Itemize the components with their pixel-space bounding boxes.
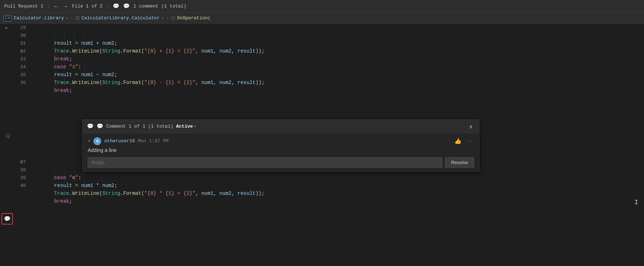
cursor-indicator: I <box>634 199 638 206</box>
comment-header-left: 💬 💬 Comment 1 of 1 (1 total) Active ▾ <box>87 123 196 130</box>
collapse-button[interactable]: ∧ <box>467 123 475 130</box>
code-line-40: 40 break; <box>0 182 644 189</box>
comment-panel: 💬 💬 Comment 1 of 1 (1 total) Active ▾ ∧ … <box>82 119 479 172</box>
line-num-39: 39 <box>0 175 29 181</box>
active-label: Active <box>176 124 193 129</box>
comment-icon-1[interactable]: 💬 <box>113 3 119 10</box>
separator2: | <box>106 4 109 9</box>
method-icon: ⬡ <box>171 15 175 21</box>
line-num-30: 30 <box>0 33 29 38</box>
class-dropdown[interactable]: ▾ <box>162 16 164 20</box>
resolve-button[interactable]: Resolve <box>445 157 474 168</box>
bullet: • <box>88 138 91 144</box>
file-count: File 1 of 2 <box>72 4 103 9</box>
comment-body: • O otheruser16 Mon 1:37 PM 👍 ··· Adding… <box>83 133 479 171</box>
comment-counter: Comment 1 of 1 (1 total) <box>106 124 173 129</box>
line-content-30: Trace.WriteLine(String.Format("{0} + {1}… <box>29 31 644 39</box>
reply-input[interactable] <box>88 157 442 168</box>
cs-icon: C# <box>4 15 11 21</box>
code-line-29: ✏ 29 result = num1 + num2; <box>0 24 644 31</box>
namespace-dropdown[interactable]: ▾ <box>66 16 68 20</box>
comment-panel-header: 💬 💬 Comment 1 of 1 (1 total) Active ▾ ∧ <box>83 120 479 133</box>
code-line-33: 33 result = num1 − num2; <box>0 55 644 63</box>
filebar-divider2: | <box>166 15 169 21</box>
like-button[interactable]: 👍 <box>454 137 462 145</box>
class-name[interactable]: CalculatorLibrary.Calculator <box>82 15 160 21</box>
code-lines-top: ✏ 29 result = num1 + num2; 30 Trace.Writ… <box>0 24 644 266</box>
line-content-33: result = num1 − num2; <box>29 55 644 63</box>
comment-count: 1 comment (1 total) <box>133 4 186 9</box>
comment-author-left: • O otheruser16 Mon 1:37 PM <box>88 137 169 145</box>
line-num-33: 33 <box>0 56 29 62</box>
comment-indicator-top[interactable]: 🗨 <box>3 132 13 142</box>
line-content-34: Trace.WriteLine(String.Format("{0} - {1}… <box>29 63 644 71</box>
filebar-divider1: | <box>70 15 73 21</box>
line-num-29: ✏ 29 <box>0 25 29 30</box>
pull-request-title: Pull Request 1 <box>4 4 43 9</box>
code-line-39: 39 Trace.WriteLine(String.Format("{0} * … <box>0 174 644 182</box>
editor-area: 🗨 💬 I ✏ 29 result = num1 + num2; 30 <box>0 24 644 266</box>
code-line-36: 36 <box>0 79 644 87</box>
code-line-31: 31 break; <box>0 39 644 47</box>
line-num-40: 40 <box>0 183 29 188</box>
line-content-31: break; <box>29 39 644 47</box>
separator1: | <box>47 4 50 9</box>
line-content-29: result = num1 + num2; <box>29 24 644 31</box>
comment-actions: 👍 ··· <box>454 137 474 145</box>
line-num-37: ∨ 37 <box>0 159 29 165</box>
line-num-31: 31 <box>0 41 29 46</box>
code-line-35: 35 break; <box>0 71 644 79</box>
line-num-35: 35 <box>0 72 29 78</box>
line-content-40: break; <box>29 182 644 189</box>
line-content-32: case "s": <box>29 47 644 55</box>
top-bar: Pull Request 1 | ← → File 1 of 2 | 💬 💬 1… <box>0 0 644 13</box>
collapse-icon-37[interactable]: ∨ <box>20 160 23 164</box>
comment-add-button[interactable]: 💬 <box>1 213 13 225</box>
active-dropdown-arrow[interactable]: ▾ <box>194 124 196 129</box>
line-num-38: 38 <box>0 167 29 173</box>
add-comment-icon: 💬 <box>4 216 11 222</box>
comment-author-row: • O otheruser16 Mon 1:37 PM 👍 ··· <box>88 137 474 145</box>
comment-icon-2[interactable]: 💬 <box>123 3 130 10</box>
code-line-32: ∨ 32 case "s": <box>0 47 644 55</box>
comment-author: otheruser16 <box>104 138 135 144</box>
code-line-34: 34 Trace.WriteLine(String.Format("{0} - … <box>0 63 644 71</box>
comment-panel-icon1: 💬 <box>87 123 94 130</box>
comment-icon-gutter: 🗨 <box>5 134 10 139</box>
collapse-icon-32[interactable]: ∨ <box>20 49 23 54</box>
active-status[interactable]: Active ▾ <box>176 124 196 129</box>
line-num-32: ∨ 32 <box>0 49 29 54</box>
line-content-36 <box>29 79 644 87</box>
namespace-label[interactable]: Calculator.Library <box>14 15 64 21</box>
comment-timestamp: Mon 1:37 PM <box>138 138 169 144</box>
line-content-39: Trace.WriteLine(String.Format("{0} * {1}… <box>29 174 644 182</box>
line-content-35: break; <box>29 71 644 79</box>
nav-fwd-button[interactable]: → <box>63 3 68 10</box>
pencil-icon: ✏ <box>5 25 8 30</box>
line-num-34: 34 <box>0 64 29 70</box>
file-bar: C# Calculator.Library ▾ | ⬡ CalculatorLi… <box>0 13 644 24</box>
user-avatar: O <box>93 137 101 145</box>
comment-panel-icon2: 💬 <box>97 123 103 130</box>
nav-back-button[interactable]: ← <box>53 3 59 10</box>
line-num-36: 36 <box>0 80 29 85</box>
method-name[interactable]: DoOperation( <box>177 15 211 21</box>
reply-row: Resolve <box>88 157 474 168</box>
more-button[interactable]: ··· <box>466 137 474 145</box>
class-icon: ⬡ <box>75 15 79 21</box>
code-line-30: 30 Trace.WriteLine(String.Format("{0} + … <box>0 31 644 39</box>
comment-text: Adding a line <box>88 147 474 153</box>
